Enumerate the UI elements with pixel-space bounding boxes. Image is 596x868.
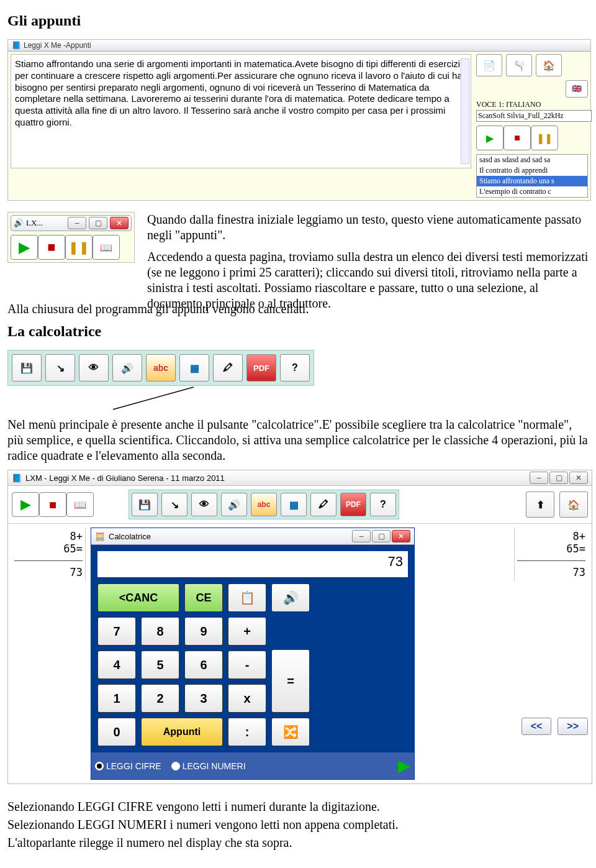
key-2[interactable]: 2 xyxy=(141,684,179,713)
help-icon[interactable]: ? xyxy=(280,354,310,381)
close-button[interactable]: ✕ xyxy=(569,472,588,484)
voice-select[interactable] xyxy=(476,110,592,122)
notepad-icon[interactable]: 📋 xyxy=(228,583,266,612)
lx-minibar: 🔊 LX... – ▢ ✕ ▶ ■ ❚❚ 📖 xyxy=(7,212,135,263)
eye-icon[interactable]: 👁 xyxy=(79,354,109,381)
list-item[interactable]: L'esempio di contratto c xyxy=(477,186,587,197)
stop-button[interactable]: ■ xyxy=(503,126,531,150)
list-item[interactable]: Stiamo affrontando una s xyxy=(477,176,587,186)
paragraph: Nel menù principale è presente anche il … xyxy=(7,417,589,464)
logo-icon: 📘 xyxy=(12,41,21,50)
app-icon: 📘 xyxy=(12,473,22,483)
lx-label: LX... xyxy=(26,218,43,228)
lxm-title-bar: 📘 LXM - Leggi X Me - di Giuliano Serena … xyxy=(8,470,592,486)
highlighter-icon[interactable]: 🖍 xyxy=(213,354,243,381)
stop-button[interactable]: ■ xyxy=(39,492,66,517)
save-icon[interactable]: 💾 xyxy=(12,354,42,381)
appunti-button[interactable]: Appunti xyxy=(141,718,223,746)
key-0[interactable]: 0 xyxy=(97,718,136,746)
play-button[interactable]: ▶ xyxy=(476,126,503,150)
flags-icon[interactable]: 🇬🇧 xyxy=(566,80,588,98)
pdf-icon[interactable]: PDF xyxy=(246,354,276,381)
arrow-icon[interactable]: ↘ xyxy=(161,493,187,516)
maximize-button[interactable]: ▢ xyxy=(89,217,107,229)
heading-calcolatrice: La calcolatrice xyxy=(7,323,589,340)
abc-icon[interactable]: abc xyxy=(146,354,176,381)
radio-label: LEGGI CIFRE xyxy=(106,761,161,771)
maximize-button[interactable]: ▢ xyxy=(372,530,391,542)
maximize-button[interactable]: ▢ xyxy=(549,472,568,484)
appunti-list[interactable]: sasd as sdasd asd sad sa Il contratto di… xyxy=(476,154,588,198)
calc-footer: LEGGI CIFRE LEGGI NUMERI ▶ xyxy=(91,752,414,779)
home-icon[interactable]: 🏠 xyxy=(559,491,588,518)
scrollbar[interactable] xyxy=(461,58,469,164)
svg-line-0 xyxy=(113,387,194,409)
key-divide[interactable]: : xyxy=(228,718,266,746)
calc-title: Calcolatrice xyxy=(109,532,151,541)
key-6[interactable]: 6 xyxy=(184,651,223,679)
up-arrow-icon[interactable]: ⬆ xyxy=(526,491,554,518)
key-9[interactable]: 9 xyxy=(184,617,223,646)
stop-button[interactable]: ■ xyxy=(38,235,65,260)
abc-icon[interactable]: abc xyxy=(251,493,277,516)
help-icon[interactable]: ? xyxy=(370,493,396,516)
key-8[interactable]: 8 xyxy=(141,617,179,646)
key-4[interactable]: 4 xyxy=(97,651,136,679)
ce-button[interactable]: CE xyxy=(184,583,223,612)
key-5[interactable]: 5 xyxy=(141,651,179,679)
minimize-button[interactable]: – xyxy=(352,530,371,542)
key-plus[interactable]: + xyxy=(228,617,266,646)
list-item[interactable]: sasd as sdasd asd sad sa xyxy=(477,155,587,165)
paragraph: Quando dalla finestra iniziale leggiamo … xyxy=(147,212,589,243)
voice-label: VOCE 1: ITALIANO xyxy=(476,100,588,109)
heading-appunti: Gli appunti xyxy=(7,12,589,29)
book-icon[interactable]: 📖 xyxy=(93,235,120,260)
paragraph: Selezionando LEGGI NUMERI i numeri vengo… xyxy=(7,817,589,833)
radio-leggi-cifre[interactable]: LEGGI CIFRE xyxy=(95,761,161,771)
pause-button[interactable]: ❚❚ xyxy=(531,126,558,150)
swap-icon[interactable]: 🔀 xyxy=(271,718,310,746)
radio-dot-icon xyxy=(95,762,104,770)
key-3[interactable]: 3 xyxy=(184,684,223,713)
play-button[interactable]: ▶ xyxy=(12,492,39,517)
key-1[interactable]: 1 xyxy=(97,684,136,713)
eye-icon[interactable]: 👁 xyxy=(191,493,217,516)
pdf-icon[interactable]: PDF xyxy=(340,493,366,516)
window-title-bar: 📘 Leggi X Me -Appunti xyxy=(8,40,590,52)
pause-button[interactable]: ❚❚ xyxy=(65,235,93,260)
radio-leggi-numeri[interactable]: LEGGI NUMERI xyxy=(171,761,246,771)
canc-button[interactable]: <CANC xyxy=(97,583,179,612)
document-icon[interactable]: 📄 xyxy=(476,54,502,76)
arrow-icon[interactable]: ↘ xyxy=(45,354,75,381)
highlighter-icon[interactable]: 🖍 xyxy=(310,493,336,516)
paint-icon[interactable]: 🫗 xyxy=(506,54,532,76)
lx-minibar-title: 🔊 LX... – ▢ ✕ xyxy=(11,215,132,231)
calculator-icon[interactable]: ▦ xyxy=(281,493,307,516)
key-equals[interactable]: = xyxy=(271,649,310,713)
book-icon[interactable]: 📖 xyxy=(66,492,94,517)
key-times[interactable]: x xyxy=(228,684,266,713)
key-7[interactable]: 7 xyxy=(97,617,136,646)
speaker-icon[interactable]: 🔊 xyxy=(221,493,247,516)
save-icon[interactable]: 💾 xyxy=(132,493,158,516)
close-button[interactable]: ✕ xyxy=(110,217,129,229)
calculator-icon[interactable]: ▦ xyxy=(179,354,209,381)
hist-result: 73 xyxy=(517,566,585,578)
minimize-button[interactable]: – xyxy=(68,217,86,229)
radio-dot-icon xyxy=(171,762,180,770)
play-icon[interactable]: ▶ xyxy=(398,756,410,775)
main-toolbar: 💾 ↘ 👁 🔊 abc ▦ 🖍 PDF ? xyxy=(7,350,314,386)
paragraph: L'altoparlante rilegge il numero nel dis… xyxy=(7,835,589,851)
home-icon[interactable]: 🏠 xyxy=(536,54,562,76)
close-button[interactable]: ✕ xyxy=(392,530,410,542)
lxm-title: LXM - Leggi X Me - di Giuliano Serena - … xyxy=(25,473,225,483)
prev-button[interactable]: << xyxy=(522,718,552,735)
speaker-icon[interactable]: 🔊 xyxy=(112,354,142,381)
minimize-button[interactable]: – xyxy=(530,472,548,484)
next-button[interactable]: >> xyxy=(558,718,588,735)
appunti-text-area[interactable]: Stiamo affrontando una serie di argoment… xyxy=(11,54,471,168)
play-button[interactable]: ▶ xyxy=(11,235,38,260)
speaker-icon[interactable]: 🔊 xyxy=(271,583,310,612)
key-minus[interactable]: - xyxy=(228,651,266,679)
list-item[interactable]: Il contratto di apprendi xyxy=(477,165,587,176)
